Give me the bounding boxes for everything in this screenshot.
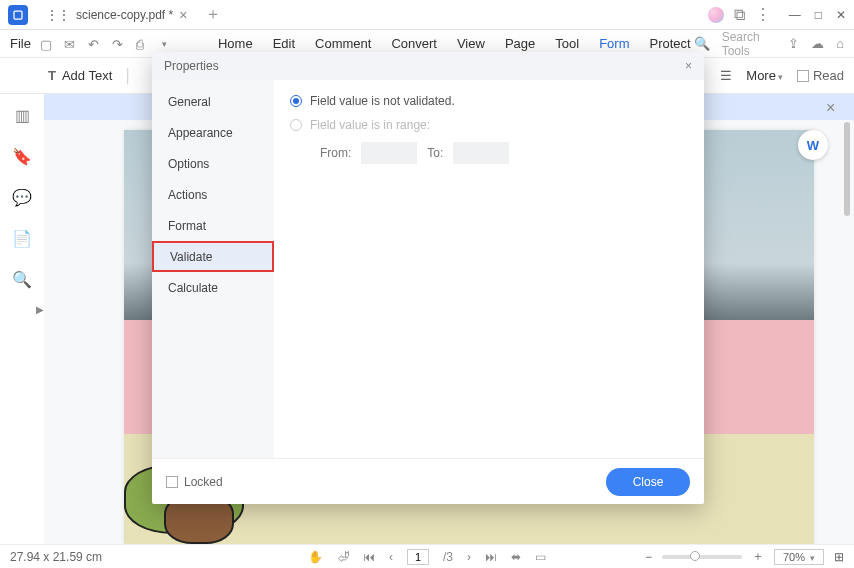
expand-rail-icon[interactable]: ▶	[36, 304, 44, 315]
fit-width-icon[interactable]: ⬌	[511, 550, 521, 564]
new-tab-button[interactable]: ＋	[205, 4, 221, 25]
kebab-icon[interactable]: ⋮	[755, 5, 771, 24]
svg-rect-0	[14, 11, 22, 19]
tab-options[interactable]: Options	[152, 148, 274, 179]
grid-icon[interactable]: ⊞	[834, 550, 844, 564]
minimize-button[interactable]: —	[789, 8, 801, 22]
zoom-slider[interactable]	[662, 555, 742, 559]
share-icon[interactable]: ⇪	[788, 36, 799, 51]
prev-page-icon[interactable]: ‹	[389, 550, 393, 564]
select-icon[interactable]: ⮰	[337, 550, 349, 564]
undo-icon[interactable]: ↶	[88, 37, 102, 51]
option-in-range[interactable]: Field value is in range:	[290, 118, 688, 132]
menu-edit[interactable]: Edit	[273, 36, 295, 51]
word-badge-icon[interactable]: W	[798, 130, 828, 160]
menu-items: Home Edit Comment Convert View Page Tool…	[218, 36, 691, 51]
save-icon[interactable]: ▢	[40, 37, 54, 51]
radio-off-icon	[290, 119, 302, 131]
bookmark-icon[interactable]: 🔖	[12, 147, 32, 166]
close-button[interactable]: Close	[606, 468, 690, 496]
page-dimensions: 27.94 x 21.59 cm	[10, 550, 102, 564]
dialog-title: Properties	[164, 59, 219, 73]
option-not-validated[interactable]: Field value is not validated.	[290, 94, 688, 108]
read-checkbox[interactable]: Read	[797, 68, 844, 83]
dialog-body: General Appearance Options Actions Forma…	[152, 80, 704, 458]
status-bar: 27.94 x 21.59 cm ✋ ⮰ ⏮ ‹ /3 › ⏭ ⬌ ▭ − ＋ …	[0, 544, 854, 568]
menu-page[interactable]: Page	[505, 36, 535, 51]
menu-tool[interactable]: Tool	[555, 36, 579, 51]
properties-dialog: Properties × General Appearance Options …	[152, 52, 704, 504]
menu-form[interactable]: Form	[599, 36, 629, 51]
chevron-down-icon[interactable]: ▾	[162, 39, 167, 49]
range-row: From: To:	[320, 142, 688, 164]
hand-icon[interactable]: ✋	[308, 550, 323, 564]
tab-actions[interactable]: Actions	[152, 179, 274, 210]
to-input[interactable]	[453, 142, 509, 164]
cloud-icon[interactable]: ☁	[811, 36, 824, 51]
zoom-value[interactable]: 70% ▾	[774, 549, 824, 565]
text-icon: T	[48, 68, 56, 83]
menu-home[interactable]: Home	[218, 36, 253, 51]
menu-protect[interactable]: Protect	[649, 36, 690, 51]
menu-comment[interactable]: Comment	[315, 36, 371, 51]
print-icon[interactable]: ⎙	[136, 37, 150, 51]
title-bar: ⋮⋮ science-copy.pdf * × ＋ ⧉ ⋮ — □ ✕	[0, 0, 854, 30]
divider: │	[124, 68, 132, 83]
zoom-handle[interactable]	[690, 551, 700, 561]
dialog-footer: Locked Close	[152, 458, 704, 504]
menu-convert[interactable]: Convert	[391, 36, 437, 51]
quick-icons: ▢ ✉ ↶ ↷ ⎙ ▾	[40, 37, 167, 51]
tab-title: science-copy.pdf *	[76, 8, 173, 22]
from-label: From:	[320, 146, 351, 160]
comment-icon[interactable]: 💬	[12, 188, 32, 207]
close-tab-icon[interactable]: ×	[179, 7, 187, 23]
window-controls: — □ ✕	[789, 8, 846, 22]
thumbnails-icon[interactable]: ▥	[15, 106, 30, 125]
page-total: /3	[443, 550, 453, 564]
zoom-out-icon[interactable]: −	[645, 550, 652, 564]
menu-view[interactable]: View	[457, 36, 485, 51]
tab-validate[interactable]: Validate	[152, 241, 274, 272]
scrollbar[interactable]	[842, 94, 850, 544]
search-placeholder[interactable]: Search Tools	[722, 30, 776, 58]
to-label: To:	[427, 146, 443, 160]
read-label: Read	[813, 68, 844, 83]
last-page-icon[interactable]: ⏭	[485, 550, 497, 564]
ai-icon[interactable]	[708, 7, 724, 23]
from-input[interactable]	[361, 142, 417, 164]
tab-general[interactable]: General	[152, 86, 274, 117]
attachment-icon[interactable]: 📄	[12, 229, 32, 248]
mail-icon[interactable]: ✉	[64, 37, 78, 51]
option-in-range-label: Field value is in range:	[310, 118, 430, 132]
fit-page-icon[interactable]: ▭	[535, 550, 546, 564]
page-input[interactable]	[407, 549, 429, 565]
tab-format[interactable]: Format	[152, 210, 274, 241]
list-icon[interactable]: ☰	[720, 68, 732, 83]
close-window-button[interactable]: ✕	[836, 8, 846, 22]
document-tab[interactable]: ⋮⋮ science-copy.pdf * ×	[36, 2, 197, 28]
close-strip-icon[interactable]: ×	[826, 99, 842, 115]
next-page-icon[interactable]: ›	[467, 550, 471, 564]
search-icon[interactable]: 🔍	[694, 36, 710, 51]
scrollbar-thumb[interactable]	[844, 122, 850, 216]
maximize-button[interactable]: □	[815, 8, 822, 22]
redo-icon[interactable]: ↷	[112, 37, 126, 51]
menu-file[interactable]: File	[10, 36, 31, 51]
popup-icon[interactable]: ⧉	[734, 6, 745, 24]
up-icon[interactable]: ⌂	[836, 36, 844, 51]
menu-right: 🔍 Search Tools ⇪ ☁ ⌂	[694, 30, 844, 58]
dialog-close-icon[interactable]: ×	[685, 59, 692, 73]
zoom-in-icon[interactable]: ＋	[752, 548, 764, 565]
status-right: − ＋ 70% ▾ ⊞	[645, 548, 844, 565]
add-text-button[interactable]: T Add Text	[48, 68, 112, 83]
status-center: ✋ ⮰ ⏮ ‹ /3 › ⏭ ⬌ ▭	[308, 549, 546, 565]
search-icon[interactable]: 🔍	[12, 270, 32, 289]
locked-label: Locked	[184, 475, 223, 489]
dialog-content: Field value is not validated. Field valu…	[274, 80, 704, 458]
locked-checkbox[interactable]: Locked	[166, 475, 223, 489]
first-page-icon[interactable]: ⏮	[363, 550, 375, 564]
more-dropdown[interactable]: More▾	[746, 68, 783, 83]
tab-calculate[interactable]: Calculate	[152, 272, 274, 303]
dialog-tabs: General Appearance Options Actions Forma…	[152, 80, 274, 458]
tab-appearance[interactable]: Appearance	[152, 117, 274, 148]
